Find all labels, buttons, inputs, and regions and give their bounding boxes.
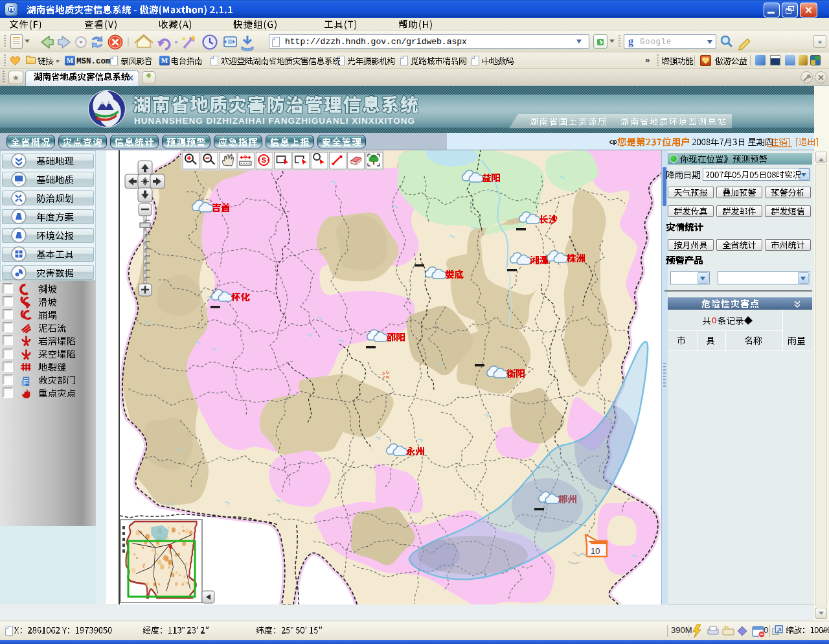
- svg-text:10: 10: [591, 546, 600, 556]
- svg-text:?: ?: [244, 154, 247, 161]
- svg-text:S: S: [262, 156, 266, 164]
